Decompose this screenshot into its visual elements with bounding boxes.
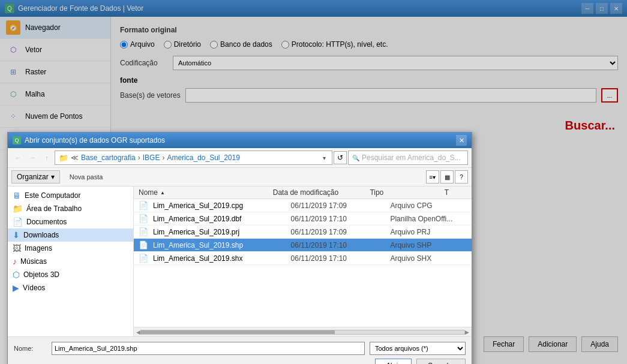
details-view-button[interactable]: ▦ xyxy=(440,170,454,183)
file-date-4: 06/11/2019 17:10 xyxy=(291,254,391,263)
organize-label: Organizar xyxy=(17,173,49,181)
downloads-icon: ⬇ xyxy=(13,230,20,240)
file-name-3: Lim_America_Sul_2019.shp xyxy=(153,241,291,249)
sidebar-desktop[interactable]: 📁 Área de Trabalho xyxy=(8,202,133,215)
up-button[interactable]: ↑ xyxy=(40,151,53,164)
file-list-container: Nome ▲ Data de modificação Tipo T 📄 Lim_… xyxy=(134,186,472,336)
sidebar-documentos[interactable]: 📄 Documentos xyxy=(8,215,133,228)
documentos-icon: 📄 xyxy=(13,217,23,227)
sidebar-musicas-label: Músicas xyxy=(20,257,47,266)
nome-row: Nome: Todos arquivos (*) xyxy=(14,342,466,355)
breadcrumb-america[interactable]: America_do_Sul_2019 xyxy=(167,154,239,162)
col-header-t: T xyxy=(445,188,467,197)
file-row-4[interactable]: 📄 Lim_America_Sul_2019.shx 06/11/2019 17… xyxy=(134,252,472,265)
dialog-bottom-form: Nome: Todos arquivos (*) Abrir Cancelar xyxy=(8,336,472,364)
organize-button[interactable]: Organizar ▾ xyxy=(11,170,60,183)
breadcrumb: 📁 ≪ Base_cartografia › IBGE › America_do… xyxy=(55,151,332,165)
file-row-3[interactable]: 📄 Lim_America_Sul_2019.shp 06/11/2019 17… xyxy=(134,239,472,252)
search-placeholder: Pesquisar em America_do_S... xyxy=(362,154,461,162)
cancelar-button[interactable]: Cancelar xyxy=(416,359,466,364)
folder-icon-crumb: 📁 xyxy=(59,154,68,163)
videos-icon: ▶ xyxy=(13,283,19,293)
filter-select[interactable]: Todos arquivos (*) xyxy=(370,342,466,355)
view-buttons: ≡▾ ▦ ? xyxy=(426,170,468,183)
file-date-3: 06/11/2019 17:10 xyxy=(291,241,391,249)
file-icon-prj: 📄 xyxy=(139,227,151,236)
file-list: Nome ▲ Data de modificação Tipo T 📄 Lim_… xyxy=(134,186,472,327)
file-icon-shx: 📄 xyxy=(139,254,151,263)
dialog-folder-sidebar: 🖥 Este Computador 📁 Área de Trabalho 📄 D… xyxy=(8,186,134,336)
abrir-button[interactable]: Abrir xyxy=(375,359,412,364)
col-header-nome[interactable]: Nome ▲ xyxy=(139,188,273,197)
desktop-folder-icon: 📁 xyxy=(13,204,23,213)
file-name-2: Lim_America_Sul_2019.prj xyxy=(153,228,291,236)
col-header-type[interactable]: Tipo xyxy=(370,188,444,197)
file-date-1: 06/11/2019 17:10 xyxy=(291,215,391,223)
sidebar-objetos3d[interactable]: ⬡ Objetos 3D xyxy=(8,268,133,281)
musicas-icon: ♪ xyxy=(13,257,17,266)
file-row-1[interactable]: 📄 Lim_America_Sul_2019.dbf 06/11/2019 17… xyxy=(134,212,472,225)
nome-label: Nome: xyxy=(14,345,47,352)
file-type-4: Arquivo SHX xyxy=(390,254,467,263)
dialog-titlebar: Q Abrir conjunto(s) de dados OGR suporta… xyxy=(8,133,472,148)
sidebar-videos[interactable]: ▶ Vídeos xyxy=(8,281,133,294)
sidebar-computador[interactable]: 🖥 Este Computador xyxy=(8,189,133,202)
file-date-2: 06/11/2019 17:09 xyxy=(291,228,391,236)
sidebar-musicas[interactable]: ♪ Músicas xyxy=(8,255,133,268)
sidebar-imagens[interactable]: 🖼 Imagens xyxy=(8,242,133,255)
organize-chevron-icon: ▾ xyxy=(51,173,55,181)
dialog-main-area: 🖥 Este Computador 📁 Área de Trabalho 📄 D… xyxy=(8,186,472,336)
breadcrumb-ibge[interactable]: IBGE xyxy=(143,154,160,162)
file-name-1: Lim_America_Sul_2019.dbf xyxy=(153,215,291,223)
dialog-actions-bar: Organizar ▾ Nova pasta ≡▾ ▦ ? xyxy=(8,168,472,186)
file-list-header: Nome ▲ Data de modificação Tipo T xyxy=(134,186,472,199)
file-name-4: Lim_America_Sul_2019.shx xyxy=(153,254,291,263)
file-type-0: Arquivo CPG xyxy=(390,201,467,210)
file-type-2: Arquivo PRJ xyxy=(390,228,467,236)
file-icon-dbf: 📄 xyxy=(139,214,151,223)
objetos3d-icon: ⬡ xyxy=(13,270,20,279)
nome-input[interactable] xyxy=(52,342,365,355)
ogr-dialog: Q Abrir conjunto(s) de dados OGR suporta… xyxy=(7,132,472,364)
refresh-button[interactable]: ↺ xyxy=(334,151,347,164)
dialog-app-icon: Q xyxy=(13,136,21,145)
file-name-0: Lim_America_Sul_2019.cpg xyxy=(153,201,291,210)
hscroll-thumb[interactable] xyxy=(141,330,335,334)
file-type-3: Arquivo SHP xyxy=(390,241,467,249)
list-view-button[interactable]: ≡▾ xyxy=(426,170,439,183)
col-header-date[interactable]: Data de modificação xyxy=(273,188,370,197)
dialog-toolbar: ← → ↑ 📁 ≪ Base_cartografia › IBGE › Amer… xyxy=(8,148,472,168)
imagens-icon: 🖼 xyxy=(13,243,21,253)
back-button[interactable]: ← xyxy=(11,151,25,164)
hscroll-left-arrow[interactable]: ◀ xyxy=(136,329,140,335)
file-row-2[interactable]: 📄 Lim_America_Sul_2019.prj 06/11/2019 17… xyxy=(134,225,472,239)
file-date-0: 06/11/2019 17:09 xyxy=(291,201,391,210)
nova-pasta-button[interactable]: Nova pasta xyxy=(65,172,108,182)
computer-icon: 🖥 xyxy=(13,191,21,200)
sidebar-objetos3d-label: Objetos 3D xyxy=(23,270,59,279)
help-button[interactable]: ? xyxy=(455,170,468,183)
sidebar-downloads[interactable]: ⬇ Downloads xyxy=(8,228,133,242)
sidebar-documentos-label: Documentos xyxy=(26,218,67,226)
sidebar-downloads-label: Downloads xyxy=(23,231,59,239)
file-row-0[interactable]: 📄 Lim_America_Sul_2019.cpg 06/11/2019 17… xyxy=(134,199,472,212)
hscroll-track[interactable] xyxy=(140,330,465,335)
dialog-title: Abrir conjunto(s) de dados OGR suportado… xyxy=(25,136,165,145)
dialog-action-buttons: Abrir Cancelar xyxy=(14,359,466,364)
dialog-close-button[interactable]: ✕ xyxy=(456,135,467,146)
file-icon-cpg: 📄 xyxy=(139,201,151,210)
sort-arrow-icon: ▲ xyxy=(160,190,165,195)
breadcrumb-base[interactable]: Base_cartografia xyxy=(81,154,136,162)
file-icon-shp: 📄 xyxy=(139,240,151,249)
search-icon: 🔍 xyxy=(352,155,359,161)
sidebar-videos-label: Vídeos xyxy=(23,284,45,292)
breadcrumb-dropdown[interactable]: ▾ xyxy=(320,155,328,161)
file-type-1: Planilha OpenOffi... xyxy=(390,215,467,223)
search-box: 🔍 Pesquisar em America_do_S... xyxy=(348,151,468,165)
sidebar-computador-label: Este Computador xyxy=(25,191,80,200)
sidebar-imagens-label: Imagens xyxy=(25,244,52,252)
hscroll-right-arrow[interactable]: ▶ xyxy=(465,329,469,335)
horizontal-scrollbar[interactable]: ◀ ▶ xyxy=(134,327,472,336)
sidebar-desktop-label: Área de Trabalho xyxy=(26,204,82,213)
forward-button[interactable]: → xyxy=(26,151,39,164)
